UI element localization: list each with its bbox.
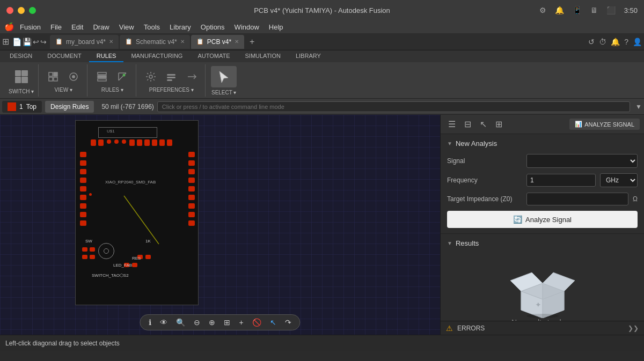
crosshair-tool-btn[interactable]: + bbox=[237, 317, 245, 328]
ribbon-view-label[interactable]: VIEW ▾ bbox=[55, 87, 72, 93]
pad-sw-1 bbox=[82, 247, 87, 252]
menu-help[interactable]: Help bbox=[265, 22, 288, 32]
ribbon-tab-document[interactable]: DOCUMENT bbox=[40, 50, 89, 62]
results-header: ▼ Results bbox=[447, 239, 638, 247]
panel-cursor-btn[interactable]: ↖ bbox=[477, 117, 490, 131]
pcb-label-res: RES bbox=[132, 256, 141, 261]
system-icon-4: 🖥 bbox=[590, 6, 598, 14]
new-analysis-toggle[interactable]: ▼ bbox=[447, 141, 452, 146]
ribbon-btn-view2[interactable] bbox=[64, 69, 83, 85]
ribbon-btn-rules2[interactable] bbox=[113, 69, 131, 85]
ribbon-btn-view1[interactable] bbox=[44, 69, 62, 85]
menu-view[interactable]: View bbox=[115, 22, 138, 32]
title-bar: PCB v4* (Yuichi TAMIYA) - Autodesk Fusio… bbox=[0, 0, 644, 20]
layer-name: Top bbox=[26, 103, 36, 110]
ribbon-tab-automate[interactable]: AUTOMATE bbox=[190, 50, 237, 62]
zoom-fit-tool-btn[interactable]: ⊕ bbox=[207, 317, 217, 328]
menu-tools[interactable]: Tools bbox=[140, 22, 164, 32]
refresh-btn[interactable]: ↺ bbox=[588, 38, 595, 46]
ribbon-btn-prefs2[interactable] bbox=[162, 69, 180, 85]
menu-file[interactable]: File bbox=[46, 22, 66, 32]
command-bar: 1 Top Design Rules 50 mil (-767 1696) ▼ bbox=[0, 99, 644, 115]
ribbon-group-select: SELECT ▾ bbox=[207, 64, 241, 97]
pad-right-3 bbox=[188, 169, 195, 174]
command-input[interactable] bbox=[157, 101, 630, 112]
tab-my-board-close[interactable]: ✕ bbox=[109, 39, 113, 45]
ribbon-tab-manufacturing[interactable]: MANUFACTURING bbox=[123, 50, 190, 62]
ribbon-tab-library[interactable]: LIBRARY bbox=[288, 50, 328, 62]
svg-point-6 bbox=[123, 73, 126, 76]
app-grid-icon[interactable]: ⊞ bbox=[2, 36, 9, 47]
analyze-signal-toolbar-btn[interactable]: 📊 ANALYZE SIGNAL bbox=[569, 119, 640, 130]
ribbon-btn-prefs1[interactable] bbox=[142, 69, 160, 85]
menu-edit[interactable]: Edit bbox=[67, 22, 87, 32]
info-tool-btn[interactable]: ℹ bbox=[147, 317, 153, 328]
panel-list-btn[interactable]: ☰ bbox=[445, 117, 459, 131]
frequency-unit-select[interactable]: GHz MHz kHz Hz bbox=[600, 173, 638, 187]
menu-options[interactable]: Options bbox=[196, 22, 229, 32]
ribbon-rules-label[interactable]: RULES ▾ bbox=[101, 87, 123, 93]
stop-tool-btn[interactable]: 🚫 bbox=[250, 317, 264, 328]
analyze-signal-btn[interactable]: 🔄 Analyze Signal bbox=[447, 211, 638, 228]
tab-pcb[interactable]: 📋 PCB v4* ✕ bbox=[191, 35, 244, 49]
analyze-signal-toolbar-label: ANALYZE SIGNAL bbox=[584, 121, 634, 128]
errors-expand-btn[interactable]: ❯❯ bbox=[628, 325, 639, 332]
select-tool-btn[interactable]: ↖ bbox=[268, 317, 279, 328]
design-rules-button[interactable]: Design Rules bbox=[45, 101, 94, 113]
menu-draw[interactable]: Draw bbox=[89, 22, 113, 32]
pad-2 bbox=[98, 139, 104, 146]
ribbon-select-label[interactable]: SELECT ▾ bbox=[211, 90, 237, 95]
command-dropdown[interactable]: ▼ bbox=[635, 103, 642, 110]
impedance-input[interactable] bbox=[526, 193, 628, 205]
ribbon-btn-prefs3[interactable] bbox=[182, 69, 201, 85]
visibility-tool-btn[interactable]: 👁 bbox=[158, 317, 170, 328]
apple-menu[interactable]: 🍎 bbox=[4, 22, 14, 32]
signal-select[interactable] bbox=[526, 154, 638, 168]
pad-left-5 bbox=[80, 186, 86, 191]
minimize-button[interactable] bbox=[18, 7, 25, 14]
ribbon-btn-rules1[interactable] bbox=[93, 69, 111, 85]
menu-fusion[interactable]: Fusion bbox=[16, 22, 45, 32]
notifications-btn[interactable]: 🔔 bbox=[611, 38, 620, 46]
zoom-in-tool-btn[interactable]: 🔍 bbox=[174, 317, 187, 328]
frequency-input[interactable] bbox=[526, 174, 596, 187]
menu-window[interactable]: Window bbox=[230, 22, 264, 32]
ribbon: DESIGN DOCUMENT RULES MANUFACTURING AUTO… bbox=[0, 50, 644, 99]
new-file-btn[interactable]: 📄 bbox=[12, 38, 21, 46]
save-btn[interactable]: 💾 bbox=[23, 38, 32, 46]
panel-components-btn[interactable]: ⊞ bbox=[492, 117, 506, 131]
analyze-signal-toolbar-icon: 📊 bbox=[575, 121, 582, 128]
system-icon-5: ⬛ bbox=[606, 6, 616, 14]
help-btn[interactable]: ? bbox=[624, 38, 628, 46]
coordinate-display: 50 mil (-767 1696) bbox=[101, 103, 153, 110]
ribbon-btn-select[interactable] bbox=[211, 66, 237, 87]
tab-schematic[interactable]: 📋 Schematic v4* ✕ bbox=[120, 35, 190, 49]
maximize-button[interactable] bbox=[29, 7, 36, 14]
ribbon-prefs-label[interactable]: PREFERENCES ▾ bbox=[149, 87, 194, 93]
zoom-out-tool-btn[interactable]: ⊖ bbox=[192, 317, 202, 328]
window-controls[interactable] bbox=[6, 7, 36, 14]
pad-sw-2 bbox=[90, 247, 95, 252]
panel-layers-btn[interactable]: ⊟ bbox=[461, 117, 474, 131]
pcb-label-led: LED_FAB bbox=[113, 263, 132, 268]
tab-schematic-close[interactable]: ✕ bbox=[180, 39, 185, 45]
ribbon-tab-simulation[interactable]: SIMULATION bbox=[238, 50, 288, 62]
tab-pcb-close[interactable]: ✕ bbox=[235, 39, 239, 45]
canvas-area[interactable]: U$1 bbox=[0, 115, 440, 335]
profile-btn[interactable]: 👤 bbox=[633, 38, 642, 46]
ribbon-tab-design[interactable]: DESIGN bbox=[2, 50, 40, 62]
ribbon-btn-switch[interactable] bbox=[10, 67, 33, 86]
ribbon-switch-label[interactable]: SWITCH ▾ bbox=[9, 89, 34, 94]
undo-btn[interactable]: ↩ bbox=[33, 38, 39, 46]
new-tab-btn[interactable]: + bbox=[245, 37, 259, 47]
ribbon-tab-rules[interactable]: RULES bbox=[89, 50, 124, 62]
action-tool-btn[interactable]: ↷ bbox=[283, 317, 294, 328]
redo-btn[interactable]: ↪ bbox=[40, 38, 47, 46]
history-btn[interactable]: ⏱ bbox=[599, 38, 606, 46]
tab-my-board[interactable]: 📋 my_board v4* ✕ bbox=[50, 35, 119, 49]
close-button[interactable] bbox=[6, 7, 13, 14]
results-toggle[interactable]: ▼ bbox=[447, 240, 452, 246]
grid-tool-btn[interactable]: ⊞ bbox=[222, 317, 232, 328]
layer-number: 1 bbox=[19, 103, 23, 110]
menu-library[interactable]: Library bbox=[165, 22, 195, 32]
